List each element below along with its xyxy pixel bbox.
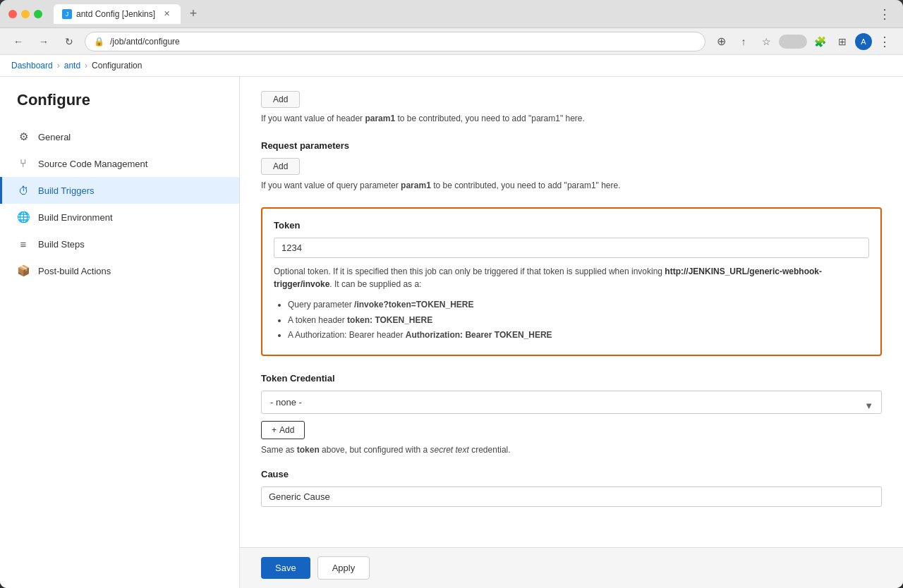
forward-button[interactable]: → <box>34 32 54 51</box>
refresh-button[interactable]: ↻ <box>59 32 79 51</box>
credential-select-wrapper: - none - ▼ <box>261 391 882 421</box>
request-params-section: Request parameters Add If you want value… <box>261 140 882 190</box>
breadcrumb-dashboard[interactable]: Dashboard <box>11 61 53 71</box>
save-button[interactable]: Save <box>261 557 310 579</box>
token-label: Token <box>274 220 869 231</box>
sidebar-item-general[interactable]: ⚙ General <box>0 123 239 150</box>
globe-icon: 🌐 <box>17 211 30 223</box>
sidebar-label-post-build: Post-build Actions <box>38 266 111 276</box>
token-list-item-2: A token header token: TOKEN_HERE <box>288 313 869 329</box>
profile-avatar[interactable]: A <box>855 33 872 50</box>
share-button[interactable]: ↑ <box>734 32 753 51</box>
breadcrumb-sep-1: › <box>57 61 60 71</box>
sidebar-label-source-code: Source Code Management <box>38 159 147 169</box>
bookmark-button[interactable]: ☆ <box>756 32 776 51</box>
sidebar-label-build-steps: Build Steps <box>38 239 85 250</box>
cause-section: Cause <box>261 469 882 507</box>
minimize-traffic-light[interactable] <box>21 10 30 18</box>
token-section: Token Optional token. If it is specified… <box>261 207 882 356</box>
sidebar-item-build-triggers[interactable]: ⏱ Build Triggers <box>0 177 239 204</box>
extensions-button[interactable]: 🧩 <box>810 32 830 51</box>
token-list-item-3: A Authorization: Bearer header Authoriza… <box>288 328 869 343</box>
main-content-area: Add If you want value of header param1 t… <box>240 77 903 547</box>
browser-menu-button[interactable]: ⋮ <box>875 4 895 24</box>
footer-bar: Save Apply <box>240 547 903 588</box>
header-help-text: If you want value of header param1 to be… <box>261 114 882 123</box>
breadcrumb-antd[interactable]: antd <box>64 61 80 71</box>
breadcrumb-sep-2: › <box>85 61 87 71</box>
token-credential-label: Token Credential <box>261 373 882 384</box>
browser-titlebar: J antd Config [Jenkins] ✕ + ⋮ <box>0 0 903 28</box>
add-header-button[interactable]: Add <box>261 91 300 108</box>
cause-input[interactable] <box>261 486 882 507</box>
browser-settings-button[interactable]: ⋮ <box>875 32 895 51</box>
token-input[interactable] <box>274 238 869 258</box>
toolbar-actions: ⊕ ↑ ☆ 🧩 ⊞ A ⋮ <box>711 32 895 51</box>
active-tab[interactable]: J antd Config [Jenkins] ✕ <box>54 4 181 24</box>
clock-icon: ⏱ <box>17 184 30 197</box>
token-list-item-1: Query parameter /invoke?token=TOKEN_HERE <box>288 298 869 313</box>
maximize-traffic-light[interactable] <box>34 10 42 18</box>
sidebar-item-build-environment[interactable]: 🌐 Build Environment <box>0 204 239 231</box>
token-description: Optional token. If it is specified then … <box>274 265 869 290</box>
header-params-section: Add If you want value of header param1 t… <box>261 91 882 123</box>
right-panel: Add If you want value of header param1 t… <box>240 77 903 588</box>
main-layout: Configure ⚙ General ⑂ Source Code Manage… <box>0 77 903 588</box>
sidebar: Configure ⚙ General ⑂ Source Code Manage… <box>0 77 240 588</box>
breadcrumb: Dashboard › antd › Configuration <box>0 55 903 77</box>
breadcrumb-current: Configuration <box>92 61 142 71</box>
translate-button[interactable]: ⊕ <box>711 32 731 51</box>
traffic-lights <box>8 10 42 18</box>
close-traffic-light[interactable] <box>8 10 17 18</box>
tab-title: antd Config [Jenkins] <box>76 9 155 19</box>
url-display: /job/antd/configure <box>110 37 696 47</box>
cause-label: Cause <box>261 469 882 479</box>
token-credential-section: Token Credential - none - ▼ + Add <box>261 373 882 455</box>
branch-icon: ⑂ <box>17 157 30 170</box>
credential-select[interactable]: - none - <box>261 391 882 414</box>
sidebar-item-source-code[interactable]: ⑂ Source Code Management <box>0 150 239 177</box>
plus-icon: + <box>272 425 277 435</box>
tab-favicon: J <box>62 9 72 19</box>
sidebar-title: Configure <box>0 91 239 123</box>
new-tab-button[interactable]: + <box>183 4 203 24</box>
token-list: Query parameter /invoke?token=TOKEN_HERE… <box>274 298 869 343</box>
sidebar-item-build-steps[interactable]: ≡ Build Steps <box>0 231 239 257</box>
package-icon: 📦 <box>17 264 30 277</box>
add-request-param-button[interactable]: Add <box>261 158 300 175</box>
extension-placeholder <box>779 35 807 49</box>
credential-help-text: Same as token above, but configured with… <box>261 445 882 455</box>
sidebar-label-build-environment: Build Environment <box>38 212 113 223</box>
sidebar-label-general: General <box>38 132 71 142</box>
request-params-label: Request parameters <box>261 140 882 151</box>
tab-bar: J antd Config [Jenkins] ✕ + <box>54 4 869 24</box>
apply-button[interactable]: Apply <box>317 556 370 580</box>
sidebar-label-build-triggers: Build Triggers <box>38 185 94 196</box>
sidebar-item-post-build[interactable]: 📦 Post-build Actions <box>0 257 239 284</box>
list-icon: ≡ <box>17 238 30 250</box>
sidebar-nav: ⚙ General ⑂ Source Code Management ⏱ Bui… <box>0 123 239 284</box>
tab-close-button[interactable]: ✕ <box>161 8 172 20</box>
page-content: Dashboard › antd › Configuration Configu… <box>0 55 903 588</box>
back-button[interactable]: ← <box>8 32 28 51</box>
gear-icon: ⚙ <box>17 130 30 143</box>
add-credential-button[interactable]: + Add <box>261 421 305 439</box>
sidebar-toggle[interactable]: ⊞ <box>832 32 852 51</box>
address-bar[interactable]: 🔒 /job/antd/configure <box>85 32 705 51</box>
request-param-help: If you want value of query parameter par… <box>261 180 882 190</box>
browser-toolbar: ← → ↻ 🔒 /job/antd/configure ⊕ ↑ ☆ 🧩 ⊞ A … <box>0 28 903 55</box>
